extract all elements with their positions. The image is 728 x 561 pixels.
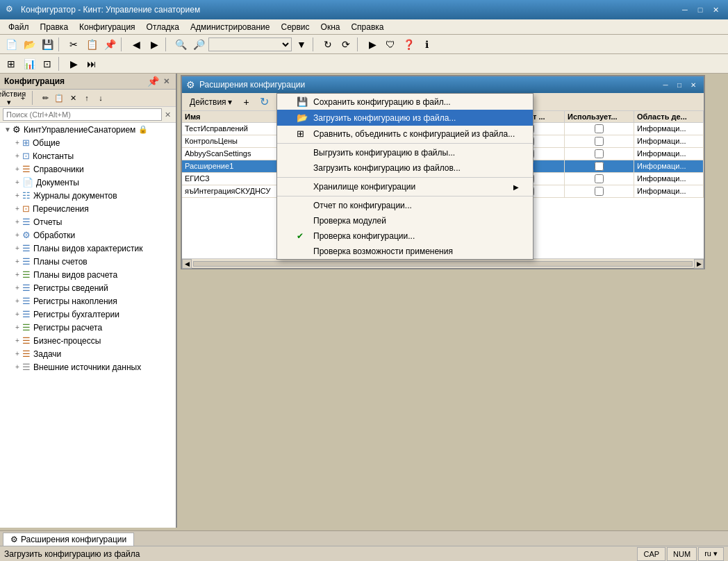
td-area: Информаци... [634, 135, 704, 147]
drop-item-check-apply[interactable]: Проверка возможности применения [277, 244, 533, 259]
check-uses[interactable] [595, 149, 604, 158]
ext-add-btn[interactable]: + [238, 94, 255, 110]
tree-item-enums[interactable]: + ⊡ Перечисления [0, 202, 176, 215]
drop-item-save[interactable]: 💾 Сохранить конфигурацию в файл... [277, 94, 533, 110]
tree-item-documents[interactable]: + 📄 Документы [0, 176, 176, 189]
tree-item-accountplans[interactable]: + ☰ Планы счетов [0, 255, 176, 268]
drop-item-export[interactable]: Выгрузить конфигурацию в файлы... [277, 145, 533, 160]
menu-admin[interactable]: Администрирование [185, 21, 275, 33]
tab-extensions[interactable]: ⚙ Расширения конфигурации [3, 533, 134, 546]
tree-item-account-regs[interactable]: + ☰ Регистры бухгалтерии [0, 308, 176, 321]
maximize-button[interactable]: □ [693, 3, 707, 16]
toolbar2-btn3[interactable]: ⊡ [39, 56, 56, 72]
search-input[interactable] [3, 108, 162, 121]
app-icon: ⚙ [6, 4, 17, 15]
actions-dropdown[interactable]: Действия ▾ [3, 92, 15, 104]
drop-item-report[interactable]: Отчет по конфигурации... [277, 198, 533, 213]
toolbar2-play[interactable]: ▶ [65, 56, 82, 72]
ext-minimize[interactable]: ─ [659, 79, 672, 90]
ext-btn2[interactable]: ↻ [256, 94, 273, 110]
check-uses[interactable] [595, 137, 604, 146]
tree-item-accum-regs[interactable]: + ☰ Регистры накопления [0, 294, 176, 308]
toolbar-cut[interactable]: ✂ [65, 36, 82, 53]
panel-edit[interactable]: ✏ [39, 92, 51, 104]
tree-item-general[interactable]: + ⊞ Общие [0, 136, 176, 149]
tree-item-docjournals[interactable]: + ☷ Журналы документов [0, 189, 176, 202]
save-icon: 💾 [297, 97, 309, 107]
tree-item-catalogs[interactable]: + ☰ Справочники [0, 162, 176, 176]
load-icon: 📂 [297, 112, 309, 123]
tree-item-calcplans[interactable]: + ☰ Планы видов расчета [0, 268, 176, 281]
toolbar-paste[interactable]: 📌 [101, 36, 118, 53]
toolbar-open[interactable]: 📂 [21, 36, 38, 53]
menu-service[interactable]: Сервис [275, 21, 315, 33]
scroll-right[interactable]: ▶ [694, 259, 704, 269]
td-area: Информаци... [634, 160, 704, 172]
panel-up[interactable]: ↑ [81, 92, 93, 104]
toolbar-refresh2[interactable]: ⟳ [338, 36, 354, 53]
h-scrollbar[interactable]: ◀ ▶ [182, 258, 704, 268]
td-area: Информаци... [634, 173, 704, 185]
menu-config[interactable]: Конфигурация [74, 21, 141, 33]
toolbar-back[interactable]: ◀ [128, 36, 144, 53]
toolbar-search[interactable]: 🔍 [172, 36, 189, 53]
drop-item-storage[interactable]: Хранилище конфигурации [277, 179, 533, 194]
menu-edit[interactable]: Правка [35, 21, 74, 33]
toolbar-dropdown[interactable] [208, 37, 292, 51]
toolbar2-step[interactable]: ⏭ [83, 56, 100, 72]
tree-item-info-regs[interactable]: + ☰ Регистры сведений [0, 281, 176, 294]
menu-windows[interactable]: Окна [315, 21, 346, 33]
actions-menu-btn[interactable]: Действия ▾ [185, 95, 237, 109]
toolbar2-btn1[interactable]: ⊞ [3, 56, 19, 72]
check-uses[interactable] [595, 174, 604, 183]
drop-item-check-modules[interactable]: Проверка модулей [277, 213, 533, 228]
toolbar-info[interactable]: ℹ [418, 36, 435, 53]
panel-copy[interactable]: 📋 [53, 92, 65, 104]
tree-item-ext-sources[interactable]: + ☰ Внешние источники данных [0, 360, 176, 374]
check-uses[interactable] [595, 124, 604, 133]
check-uses[interactable] [595, 187, 604, 196]
tree-item-charplans[interactable]: + ☰ Планы видов характеристик [0, 242, 176, 255]
toolbar-check[interactable]: 🛡 [382, 36, 399, 53]
tree-item-tasks[interactable]: + ☰ Задачи [0, 347, 176, 360]
ext-close[interactable]: ✕ [687, 79, 700, 90]
scroll-track[interactable] [193, 261, 693, 267]
toolbar-refresh[interactable]: ↻ [320, 36, 336, 53]
tree-item-calc-regs[interactable]: + ☰ Регистры расчета [0, 321, 176, 334]
close-button[interactable]: ✕ [709, 3, 722, 16]
drop-item-label: Проверка возможности применения [313, 246, 453, 256]
tree-item-business-processes[interactable]: + ☰ Бизнес-процессы [0, 334, 176, 347]
lang-indicator[interactable]: ru ▾ [698, 547, 724, 561]
check-uses[interactable] [595, 162, 604, 171]
toolbar-save[interactable]: 💾 [39, 36, 56, 53]
toolbar-dropdown-btn[interactable]: ▼ [293, 36, 310, 53]
menu-help[interactable]: Справка [345, 21, 389, 33]
toolbar-new[interactable]: 📄 [3, 36, 19, 53]
toolbar-search2[interactable]: 🔎 [190, 36, 207, 53]
tree-item-reports[interactable]: + ☰ Отчеты [0, 215, 176, 228]
toolbar-help[interactable]: ❓ [400, 36, 417, 53]
main-toolbar: 📄 📂 💾 ✂ 📋 📌 ◀ ▶ 🔍 🔎 ▼ ↻ ⟳ ▶ 🛡 ❓ ℹ [0, 35, 728, 54]
minimize-button[interactable]: ─ [678, 3, 692, 16]
menu-debug[interactable]: Отладка [141, 21, 185, 33]
toolbar-forward[interactable]: ▶ [146, 36, 163, 53]
drop-item-check-config[interactable]: ✔ Проверка конфигурации... [277, 228, 533, 244]
menu-file[interactable]: Файл [3, 21, 35, 33]
drop-item-load[interactable]: 📂 Загрузить конфигурацию из файла... [277, 110, 533, 126]
drop-item-import[interactable]: Загрузить конфигурацию из файлов... [277, 160, 533, 176]
toolbar2-btn2[interactable]: 📊 [21, 56, 38, 72]
drop-item-compare[interactable]: ⊞ Сравнить, объединить с конфигурацией и… [277, 126, 533, 142]
search-clear[interactable]: ✕ [162, 109, 173, 120]
tree-item-processing[interactable]: + ⚙ Обработки [0, 228, 176, 242]
left-panel-close[interactable]: ✕ [160, 76, 172, 87]
panel-down[interactable]: ↓ [94, 92, 107, 104]
scroll-left[interactable]: ◀ [182, 259, 192, 269]
panel-delete[interactable]: ✕ [67, 92, 79, 104]
tree-root[interactable]: ▼ ⚙ КинтУправлениеСанаторием 🔒 [0, 123, 176, 136]
ext-maximize[interactable]: □ [673, 79, 686, 90]
panel-pin-icon[interactable]: 📌 [147, 76, 159, 87]
tree-item-constants[interactable]: + ⊡ Константы [0, 149, 176, 162]
add-btn[interactable]: + [17, 92, 29, 104]
toolbar-run[interactable]: ▶ [364, 36, 381, 53]
toolbar-copy[interactable]: 📋 [83, 36, 100, 53]
